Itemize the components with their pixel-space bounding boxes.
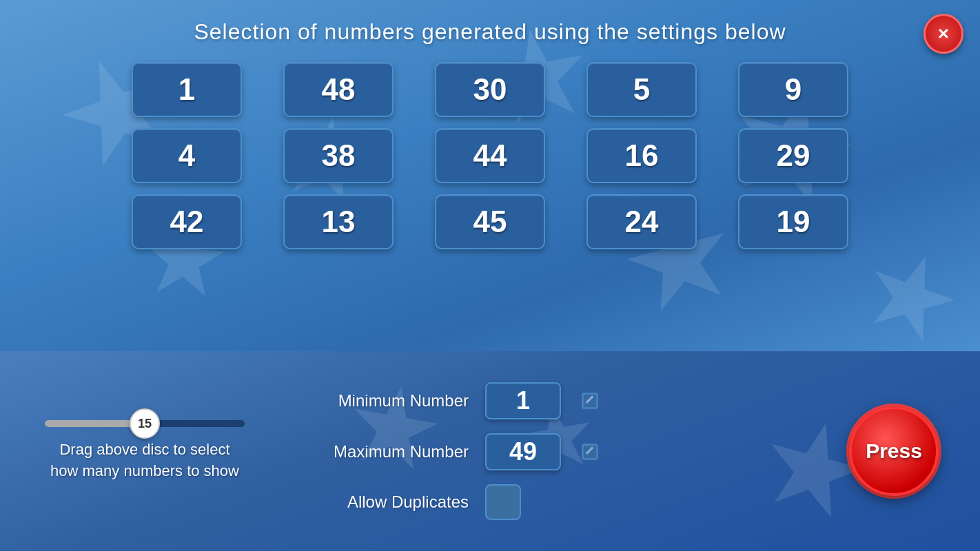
number-cell-2-5: 29	[738, 128, 848, 183]
number-cell-1-4: 5	[586, 62, 697, 117]
number-cell-2-3: 44	[435, 128, 545, 183]
number-cell-2-4: 16	[586, 128, 697, 183]
slider-thumb[interactable]: 15	[130, 408, 160, 439]
numbers-grid: 1 48 30 5 9 4 38 44 16 29 42 13 45 24 19	[132, 62, 848, 249]
number-cell-3-3: 45	[435, 194, 545, 249]
number-cell-1-2: 48	[283, 62, 394, 117]
maximum-edit-icon[interactable]	[578, 439, 602, 464]
slider-description: Drag above disc to select how many numbe…	[50, 439, 239, 482]
press-button[interactable]: Press	[849, 406, 939, 496]
press-label: Press	[866, 439, 922, 463]
allow-duplicates-label: Allow Duplicates	[303, 492, 469, 512]
bottom-section: ★ ★ ★ 15 Drag above disc to select how m…	[0, 351, 980, 551]
number-cell-1-3: 30	[435, 62, 545, 117]
number-cell-1-1: 1	[132, 62, 242, 117]
number-cell-2-1: 4	[132, 128, 242, 183]
number-cell-1-5: 9	[738, 62, 848, 117]
number-cell-3-4: 24	[586, 194, 697, 249]
number-cell-2-2: 38	[283, 128, 394, 183]
settings-section: Minimum Number 1 Maximum Number 49	[303, 382, 602, 520]
number-cell-3-1: 42	[132, 194, 242, 249]
close-icon: ×	[938, 24, 949, 43]
minimum-edit-icon[interactable]	[578, 388, 602, 413]
slider-section: 15 Drag above disc to select how many nu…	[41, 420, 248, 482]
slider-track[interactable]: 15	[45, 420, 245, 427]
maximum-number-label: Maximum Number	[303, 442, 469, 461]
close-button[interactable]: ×	[923, 14, 963, 54]
minimum-number-row: Minimum Number 1	[303, 382, 602, 419]
minimum-number-label: Minimum Number	[303, 391, 469, 410]
minimum-number-value: 1	[485, 382, 561, 419]
maximum-number-row: Maximum Number 49	[303, 433, 602, 470]
number-cell-3-5: 19	[738, 194, 848, 249]
allow-duplicates-checkbox[interactable]	[485, 484, 521, 520]
maximum-number-value: 49	[485, 433, 561, 470]
page-title: Selection of numbers generated using the…	[0, 0, 980, 45]
top-section: ★ ★ ★ ★ ★ ★ ★ Selection of numbers gener…	[0, 0, 980, 351]
allow-duplicates-row: Allow Duplicates	[303, 484, 602, 520]
number-cell-3-2: 13	[283, 194, 394, 249]
